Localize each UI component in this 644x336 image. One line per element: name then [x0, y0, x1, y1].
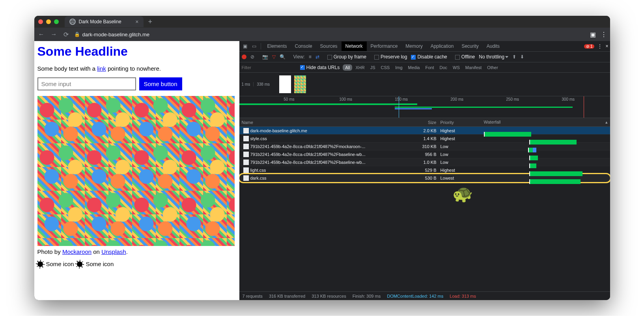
- maximize-window-button[interactable]: [54, 19, 59, 24]
- table-row[interactable]: 791b2241-459b-4a2e-8cca-c0fdc21f0487%2Fb…: [239, 150, 610, 158]
- filter-manifest[interactable]: Manifest: [463, 64, 484, 71]
- reload-button[interactable]: ⟳: [63, 30, 69, 39]
- turtle-icon: 🐢: [452, 184, 473, 203]
- devtools-panel: ▣ ▭ ElementsConsoleSourcesNetworkPerform…: [239, 41, 610, 300]
- filter-font[interactable]: Font: [423, 64, 436, 71]
- sun-icon: [77, 261, 82, 267]
- minimize-window-button[interactable]: [46, 19, 51, 24]
- file-icon: [243, 128, 249, 133]
- record-button[interactable]: [242, 54, 246, 59]
- file-icon: [243, 136, 249, 141]
- browser-window: Dark Mode Baseline × + ← → ⟳ 🔒 dark-mode…: [34, 16, 610, 300]
- icon-row: Some icon Some icon: [37, 261, 236, 267]
- file-icon: [243, 144, 249, 149]
- filter-other[interactable]: Other: [485, 64, 500, 71]
- preserve-log-checkbox[interactable]: Preserve log: [374, 54, 407, 60]
- filter-media[interactable]: Media: [406, 64, 422, 71]
- tab-audits[interactable]: Audits: [483, 41, 504, 51]
- profile-icon[interactable]: ▣: [590, 31, 596, 38]
- search-icon[interactable]: 🔍: [280, 54, 286, 60]
- filter-all[interactable]: All: [343, 64, 352, 71]
- filter-xhr[interactable]: XHR: [353, 64, 367, 71]
- devtools-menu-icon[interactable]: ⋮: [597, 43, 602, 49]
- tab-memory[interactable]: Memory: [401, 41, 426, 51]
- table-header: Name Size Priority Waterfall▴: [239, 118, 610, 127]
- table-row[interactable]: style.css1.4 KBHighest: [239, 135, 610, 143]
- page-heading: Some Headline: [37, 44, 236, 59]
- titlebar: Dark Mode Baseline × +: [34, 16, 610, 28]
- filter-img[interactable]: Img: [393, 64, 405, 71]
- file-icon: [243, 167, 249, 173]
- table-row[interactable]: 791b2241-459b-4a2e-8cca-c0fdc21f0487%2Fb…: [239, 158, 610, 166]
- body-link[interactable]: link: [97, 65, 106, 72]
- filter-input[interactable]: [242, 65, 297, 70]
- author-link[interactable]: Mockaroon: [62, 248, 91, 255]
- table-row[interactable]: light.css529 BHighest: [239, 166, 610, 174]
- group-by-frame-checkbox[interactable]: Group by frame: [327, 54, 366, 60]
- offline-checkbox[interactable]: Offline: [455, 54, 475, 60]
- new-tab-button[interactable]: +: [144, 18, 157, 26]
- column-name[interactable]: Name: [239, 120, 370, 125]
- disable-cache-checkbox[interactable]: Disable cache: [411, 54, 447, 60]
- timeline-overview[interactable]: 1 ms 338 ms: [239, 73, 610, 96]
- filter-doc[interactable]: Doc: [437, 64, 450, 71]
- inspect-icon[interactable]: ▣: [241, 42, 249, 50]
- screenshot-thumbnail[interactable]: [294, 75, 306, 93]
- overview-toggle-icon[interactable]: ⇄: [315, 54, 319, 60]
- throttling-dropdown[interactable]: No throttling: [479, 54, 508, 60]
- device-toggle-icon[interactable]: ▭: [250, 42, 258, 50]
- hero-image: [37, 96, 235, 246]
- tab-application[interactable]: Application: [427, 41, 458, 51]
- tab-performance[interactable]: Performance: [367, 41, 402, 51]
- file-icon: [243, 175, 249, 181]
- filter-css[interactable]: CSS: [379, 64, 392, 71]
- clear-button[interactable]: ⊘: [250, 54, 254, 60]
- filter-toggle-icon[interactable]: ▽: [272, 54, 276, 60]
- tab-network[interactable]: Network: [342, 41, 367, 51]
- browser-tab[interactable]: Dark Mode Baseline ×: [65, 16, 144, 27]
- site-link[interactable]: Unsplash: [101, 248, 126, 255]
- camera-icon[interactable]: 📷: [262, 54, 268, 60]
- globe-icon: [69, 19, 76, 25]
- file-icon: [243, 152, 249, 157]
- window-controls: [38, 19, 59, 24]
- some-button[interactable]: Some button: [139, 77, 182, 90]
- large-rows-icon[interactable]: ≡: [309, 54, 312, 60]
- filter-js[interactable]: JS: [368, 64, 378, 71]
- screenshot-thumbnail[interactable]: [279, 75, 291, 93]
- url-bar: ← → ⟳ 🔒 dark-mode-baseline.glitch.me ▣ ⋮: [34, 28, 610, 41]
- tab-console[interactable]: Console: [291, 41, 316, 51]
- waterfall-timeline[interactable]: 50 ms100 ms150 ms200 ms250 ms300 ms: [239, 96, 610, 118]
- hide-data-urls-checkbox[interactable]: Hide data URLs: [300, 65, 340, 70]
- close-window-button[interactable]: [38, 19, 43, 24]
- page-body-text: Some body text with a link pointing to n…: [37, 65, 236, 72]
- lock-icon: 🔒: [74, 32, 80, 37]
- tab-elements[interactable]: Elements: [263, 41, 291, 51]
- text-input[interactable]: [37, 77, 136, 90]
- tab-sources[interactable]: Sources: [316, 41, 342, 51]
- status-bar: 7 requests 316 KB transferred 313 KB res…: [239, 291, 610, 300]
- close-tab-button[interactable]: ×: [135, 19, 138, 25]
- file-icon: [243, 160, 249, 165]
- url-text: dark-mode-baseline.glitch.me: [82, 32, 150, 38]
- sun-icon: [37, 261, 43, 267]
- error-badge[interactable]: ⊘ 1: [584, 44, 594, 49]
- back-button[interactable]: ←: [37, 30, 45, 39]
- address-field[interactable]: 🔒 dark-mode-baseline.glitch.me: [74, 32, 585, 38]
- devtools-close-icon[interactable]: ×: [605, 43, 608, 49]
- forward-button[interactable]: →: [50, 30, 58, 39]
- table-row[interactable]: dark-mode-baseline.glitch.me2.0 KBHighes…: [239, 127, 610, 135]
- column-priority[interactable]: Priority: [441, 120, 484, 125]
- upload-icon[interactable]: ⬆: [512, 54, 516, 60]
- tab-security[interactable]: Security: [457, 41, 482, 51]
- column-size[interactable]: Size: [370, 120, 441, 125]
- filter-ws[interactable]: WS: [450, 64, 462, 71]
- network-toolbar: ⊘ 📷 ▽ 🔍 View: ≡ ⇄ Group by frame Preserv…: [239, 52, 610, 62]
- column-waterfall[interactable]: Waterfall▴: [484, 120, 610, 125]
- download-icon[interactable]: ⬇: [520, 54, 524, 60]
- network-table: 🐢 dark-mode-baseline.glitch.me2.0 KBHigh…: [239, 127, 610, 291]
- tab-title: Dark Mode Baseline: [79, 19, 121, 24]
- menu-button[interactable]: ⋮: [601, 31, 607, 38]
- rendered-page: Some Headline Some body text with a link…: [34, 41, 239, 300]
- devtools-tabs: ▣ ▭ ElementsConsoleSourcesNetworkPerform…: [239, 41, 610, 52]
